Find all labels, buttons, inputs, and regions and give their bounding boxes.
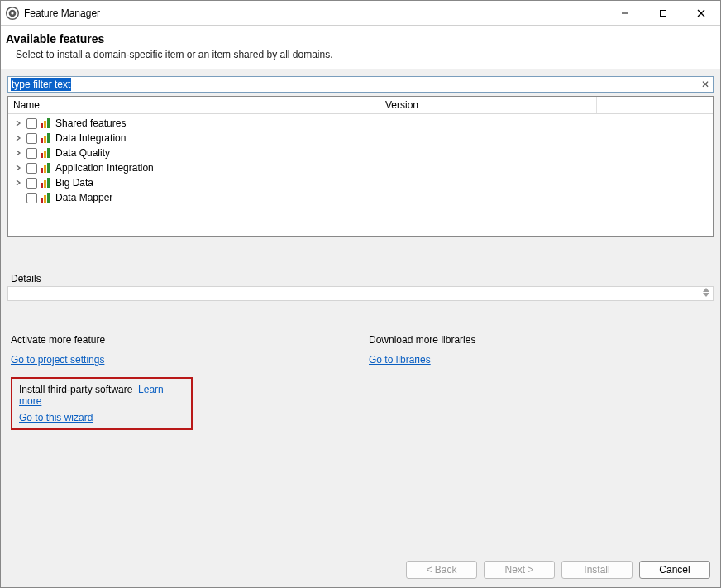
bottom-columns: Activate more feature Go to project sett… <box>7 334 714 430</box>
row-checkbox[interactable] <box>26 118 37 129</box>
chevron-right-icon[interactable] <box>13 120 23 127</box>
download-column: Download more libraries Go to libraries <box>369 334 710 430</box>
details-label: Details <box>7 273 714 284</box>
minimize-button[interactable] <box>606 1 644 26</box>
row-checkbox[interactable] <box>26 178 37 189</box>
feature-icon <box>41 193 52 203</box>
body: type filter text ✕ Name Version Shared f… <box>1 69 720 552</box>
activate-column: Activate more feature Go to project sett… <box>11 334 352 430</box>
row-label: Application Integration <box>55 162 154 174</box>
filter-field[interactable]: type filter text ✕ <box>7 76 714 93</box>
clear-filter-icon[interactable]: ✕ <box>698 79 713 90</box>
details-box[interactable] <box>7 286 714 301</box>
titlebar: Feature Manager <box>1 1 720 26</box>
row-checkbox[interactable] <box>26 193 37 203</box>
row-label: Shared features <box>55 117 126 129</box>
cancel-button[interactable]: Cancel <box>639 561 710 579</box>
details-spinner[interactable] <box>703 288 711 297</box>
table-row[interactable]: Data Integration <box>8 131 713 146</box>
feature-icon <box>41 178 52 188</box>
row-label: Data Quality <box>55 147 110 159</box>
row-checkbox[interactable] <box>26 133 37 144</box>
feature-manager-window: Feature Manager Available features Selec… <box>0 0 721 588</box>
page-title: Available features <box>6 32 709 45</box>
column-name[interactable]: Name <box>8 97 380 113</box>
row-label: Big Data <box>55 177 93 189</box>
column-version[interactable]: Version <box>380 97 597 113</box>
window-title: Feature Manager <box>24 7 606 19</box>
table-rows: Shared featuresData IntegrationData Qual… <box>8 114 713 236</box>
wizard-link[interactable]: Go to this wizard <box>19 412 93 423</box>
row-label: Data Integration <box>55 132 126 144</box>
chevron-right-icon[interactable] <box>13 165 23 171</box>
row-checkbox[interactable] <box>26 148 37 159</box>
project-settings-link[interactable]: Go to project settings <box>11 354 104 366</box>
chevron-right-icon[interactable] <box>13 135 23 141</box>
chevron-right-icon[interactable] <box>13 179 23 186</box>
libraries-link[interactable]: Go to libraries <box>369 354 431 366</box>
install-third-party-label: Install third-party software <box>19 384 132 395</box>
table-row[interactable]: Data Mapper <box>8 190 713 205</box>
svg-point-1 <box>11 12 13 14</box>
column-spacer <box>597 97 713 113</box>
filter-input[interactable] <box>8 78 698 91</box>
feature-icon <box>41 118 52 128</box>
activate-heading: Activate more feature <box>11 334 352 346</box>
row-checkbox[interactable] <box>26 163 37 174</box>
page-subtitle: Select to install a domain-specific item… <box>16 49 709 60</box>
table-row[interactable]: Data Quality <box>8 146 713 160</box>
download-heading: Download more libraries <box>369 334 710 346</box>
chevron-right-icon[interactable] <box>13 150 23 156</box>
table-row[interactable]: Application Integration <box>8 160 713 175</box>
maximize-button[interactable] <box>644 1 682 26</box>
svg-rect-3 <box>661 10 666 16</box>
table-header: Name Version <box>8 97 713 114</box>
next-button[interactable]: Next > <box>484 561 555 579</box>
install-button[interactable]: Install <box>561 561 633 579</box>
back-button[interactable]: < Back <box>406 561 477 579</box>
row-label: Data Mapper <box>55 192 112 203</box>
third-party-highlight: Install third-party software Learn more … <box>11 377 193 430</box>
close-button[interactable] <box>682 1 720 26</box>
table-row[interactable]: Big Data <box>8 175 713 190</box>
feature-icon <box>41 133 52 143</box>
footer: < Back Next > Install Cancel <box>1 552 720 587</box>
feature-icon <box>41 163 52 173</box>
table-row[interactable]: Shared features <box>8 116 713 131</box>
app-icon <box>6 7 19 20</box>
feature-icon <box>41 148 52 158</box>
features-table: Name Version Shared featuresData Integra… <box>7 96 714 237</box>
page-header: Available features Select to install a d… <box>1 26 720 69</box>
